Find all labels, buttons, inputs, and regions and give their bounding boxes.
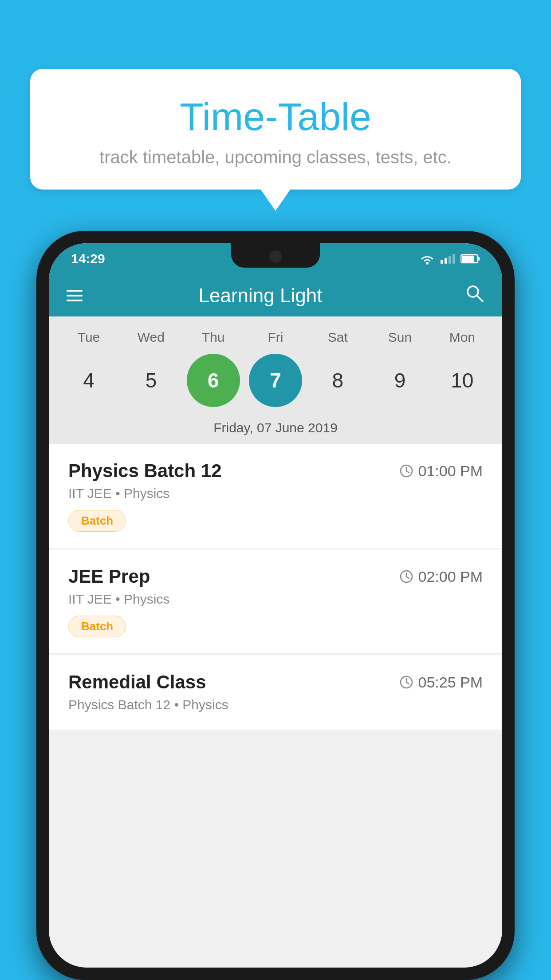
- batch-tag-2: Batch: [68, 616, 126, 637]
- calendar-section: Tue Wed Thu Fri Sat Sun Mon 4 5 6 7 8 9 …: [49, 316, 502, 444]
- app-header: Learning Light: [49, 274, 502, 316]
- tooltip-subtitle: track timetable, upcoming classes, tests…: [57, 147, 494, 167]
- schedule-list: Physics Batch 12 01:00 PM IIT JEE • Phys…: [49, 444, 502, 732]
- clock-icon-2: [399, 569, 413, 584]
- schedule-item-title-2: JEE Prep: [68, 566, 150, 587]
- clock-icon-3: [399, 675, 413, 689]
- app-header-title: Learning Light: [96, 285, 425, 307]
- status-time: 14:29: [71, 251, 105, 266]
- schedule-item-title-3: Remedial Class: [68, 672, 206, 693]
- svg-rect-2: [478, 257, 480, 261]
- batch-tag-1: Batch: [68, 510, 126, 532]
- svg-point-0: [426, 262, 429, 265]
- day-label-sat: Sat: [311, 330, 364, 345]
- schedule-item-header-2: JEE Prep 02:00 PM: [68, 566, 483, 587]
- schedule-item-header-3: Remedial Class 05:25 PM: [68, 672, 483, 693]
- day-label-mon: Mon: [436, 330, 489, 345]
- date-10[interactable]: 10: [436, 354, 489, 407]
- phone-outer: 14:29: [36, 231, 515, 980]
- schedule-item-subtitle-1: IIT JEE • Physics: [68, 486, 483, 501]
- schedule-item-time-1: 01:00 PM: [399, 462, 483, 480]
- schedule-item-physics-batch-12[interactable]: Physics Batch 12 01:00 PM IIT JEE • Phys…: [49, 444, 502, 548]
- svg-line-14: [406, 682, 409, 684]
- day-label-tue: Tue: [62, 330, 115, 345]
- dates-row: 4 5 6 7 8 9 10: [49, 349, 502, 416]
- schedule-item-jee-prep[interactable]: JEE Prep 02:00 PM IIT JEE • Physics Batc…: [49, 550, 502, 654]
- clock-icon-1: [399, 464, 413, 478]
- date-9[interactable]: 9: [374, 354, 427, 407]
- phone-camera: [269, 250, 282, 263]
- wifi-icon: [419, 253, 435, 265]
- signal-icon: [441, 254, 455, 264]
- day-label-fri: Fri: [249, 330, 302, 345]
- search-button[interactable]: [465, 284, 484, 308]
- days-row: Tue Wed Thu Fri Sat Sun Mon: [49, 325, 502, 349]
- selected-date-label: Friday, 07 June 2019: [49, 416, 502, 444]
- phone-notch: [231, 243, 320, 268]
- svg-rect-3: [462, 256, 474, 262]
- tooltip-card: Time-Table track timetable, upcoming cla…: [30, 69, 521, 190]
- hamburger-menu-button[interactable]: [67, 290, 83, 301]
- schedule-item-title-1: Physics Batch 12: [68, 460, 222, 482]
- phone-frame: 14:29: [36, 231, 515, 980]
- date-4[interactable]: 4: [62, 354, 115, 407]
- schedule-item-time-2: 02:00 PM: [399, 568, 483, 585]
- schedule-item-time-3: 05:25 PM: [399, 674, 483, 691]
- day-label-sun: Sun: [374, 330, 427, 345]
- battery-icon: [460, 253, 480, 264]
- hamburger-line-3: [67, 300, 83, 301]
- day-label-thu: Thu: [187, 330, 240, 345]
- phone-screen: 14:29: [49, 243, 502, 968]
- day-label-wed: Wed: [124, 330, 177, 345]
- schedule-item-subtitle-3: Physics Batch 12 • Physics: [68, 697, 483, 712]
- svg-line-5: [477, 296, 483, 301]
- svg-line-8: [406, 471, 409, 473]
- hamburger-line-2: [67, 295, 83, 296]
- date-5[interactable]: 5: [124, 354, 177, 407]
- schedule-item-subtitle-2: IIT JEE • Physics: [68, 592, 483, 607]
- status-icons: [419, 253, 480, 265]
- date-7-selected[interactable]: 7: [249, 354, 302, 407]
- svg-line-11: [406, 577, 409, 578]
- hamburger-line-1: [67, 290, 83, 292]
- date-6-today[interactable]: 6: [187, 354, 240, 407]
- tooltip-title: Time-Table: [57, 95, 494, 138]
- date-8[interactable]: 8: [311, 354, 364, 407]
- schedule-item-header-1: Physics Batch 12 01:00 PM: [68, 460, 483, 482]
- schedule-item-remedial-class[interactable]: Remedial Class 05:25 PM Physics Batch 12…: [49, 656, 502, 731]
